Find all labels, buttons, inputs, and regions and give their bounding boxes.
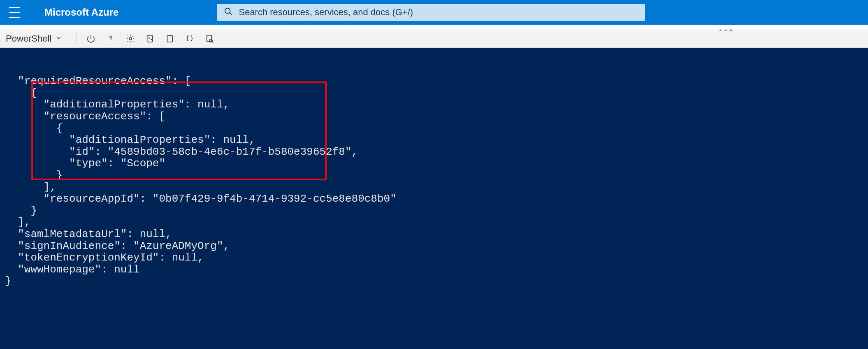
terminal-output: "requiredResourceAccess": [ { "additiona… <box>5 75 863 287</box>
overflow-dots-icon[interactable]: … <box>717 23 736 28</box>
upload-download-icon[interactable] <box>144 33 156 45</box>
braces-icon[interactable] <box>183 33 196 45</box>
shell-selector-label: PowerShell <box>6 33 51 44</box>
toolbar-separator <box>76 33 77 44</box>
brand-title: Microsoft Azure <box>44 7 118 18</box>
chevron-down-icon <box>56 35 62 43</box>
cloud-shell-terminal[interactable]: "requiredResourceAccess": [ { "additiona… <box>0 48 868 349</box>
svg-rect-4 <box>147 35 153 42</box>
svg-point-2 <box>111 41 111 41</box>
shell-selector[interactable]: PowerShell <box>6 33 68 44</box>
svg-line-8 <box>212 42 214 43</box>
search-icon <box>224 7 233 18</box>
hamburger-menu-icon[interactable] <box>9 7 20 18</box>
header-divider: … <box>0 25 868 30</box>
svg-rect-5 <box>167 36 173 42</box>
svg-point-0 <box>225 8 230 14</box>
svg-point-7 <box>209 39 212 42</box>
preview-doc-icon[interactable] <box>203 33 216 45</box>
power-icon[interactable] <box>85 33 97 45</box>
cloud-shell-toolbar: PowerShell <box>0 30 868 48</box>
settings-gear-icon[interactable] <box>124 33 137 45</box>
search-input[interactable] <box>239 7 638 18</box>
azure-header: Microsoft Azure <box>0 0 868 25</box>
svg-point-3 <box>130 37 132 40</box>
global-search[interactable] <box>217 4 645 21</box>
svg-line-1 <box>230 13 232 15</box>
help-icon[interactable] <box>104 33 117 45</box>
new-file-icon[interactable] <box>164 33 176 45</box>
